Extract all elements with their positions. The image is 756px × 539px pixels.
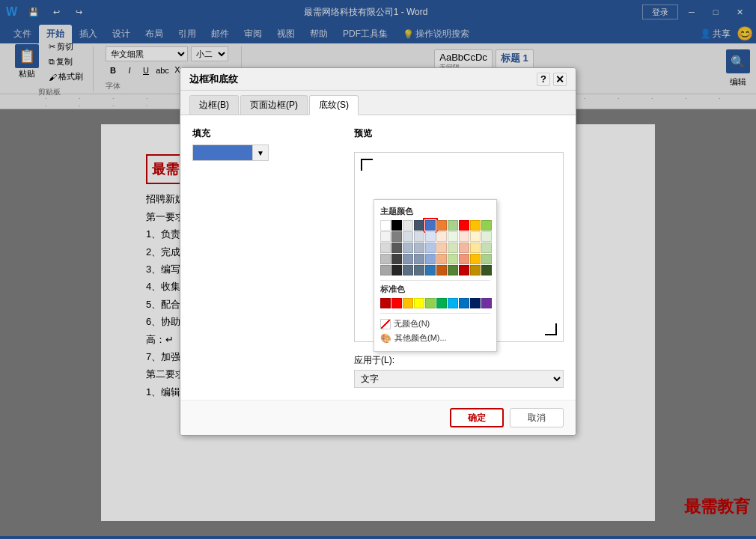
theme-colors-label: 主题颜色 [380, 206, 490, 217]
dialog-tab-page-border[interactable]: 页面边框(P) [240, 95, 308, 115]
fill-section: 填充 ▼ [192, 127, 342, 161]
theme-color-cell[interactable] [391, 265, 402, 275]
fill-color-button[interactable]: ▼ [192, 144, 342, 161]
dialog-title: 边框和底纹 [189, 73, 238, 86]
theme-color-cell[interactable] [459, 220, 469, 231]
dialog-tab-shading[interactable]: 底纹(S) [309, 95, 359, 115]
theme-color-cell[interactable] [436, 254, 447, 264]
fill-dropdown-arrow[interactable]: ▼ [252, 144, 269, 161]
theme-color-cell[interactable] [481, 254, 492, 264]
theme-color-cell[interactable] [470, 254, 481, 264]
color-picker-divider2 [380, 313, 490, 314]
theme-color-cell[interactable] [459, 254, 469, 264]
preview-label: 预览 [354, 127, 564, 140]
theme-color-cell[interactable] [436, 231, 447, 242]
theme-color-cell[interactable] [403, 243, 413, 253]
color-picker-popup: 主题颜色 标准色 无颜色(N) 🎨 其他颜色(M)... [374, 199, 497, 352]
dialog-body: 填充 ▼ 主题颜色 标准色 无颜色(N) [180, 115, 576, 400]
theme-color-cell[interactable] [459, 265, 469, 275]
standard-colors-label: 标准色 [380, 284, 490, 295]
dialog-close-button[interactable]: ✕ [553, 73, 567, 86]
standard-color-cell[interactable] [380, 298, 391, 308]
dialog-help-button[interactable]: ? [537, 73, 550, 86]
theme-color-cell[interactable] [414, 265, 424, 275]
standard-color-cell[interactable] [459, 298, 469, 308]
corner-br-mark [545, 323, 557, 335]
more-colors-option[interactable]: 🎨 其他颜色(M)... [380, 331, 490, 345]
standard-color-cell[interactable] [414, 298, 424, 308]
theme-color-cell[interactable] [448, 265, 458, 275]
standard-color-cell[interactable] [436, 298, 447, 308]
apply-to-select[interactable]: 文字 段落 [354, 370, 564, 388]
cancel-button[interactable]: 取消 [510, 408, 564, 427]
fill-color-swatch [192, 144, 252, 161]
confirm-button[interactable]: 确定 [450, 408, 504, 427]
theme-color-cell[interactable] [403, 254, 413, 264]
theme-color-cell[interactable] [403, 265, 413, 275]
standard-color-cell[interactable] [481, 298, 492, 308]
dialog-tabs: 边框(B) 页面边框(P) 底纹(S) [180, 91, 576, 115]
theme-color-cell[interactable] [391, 243, 402, 253]
theme-color-cell[interactable] [448, 254, 458, 264]
theme-color-cell[interactable] [470, 243, 481, 253]
theme-color-cell[interactable] [481, 243, 492, 253]
theme-color-cell[interactable] [470, 265, 481, 275]
theme-color-cell[interactable] [481, 265, 492, 275]
no-color-option[interactable]: 无颜色(N) [380, 317, 490, 331]
theme-color-cell[interactable] [403, 220, 413, 231]
theme-color-cell[interactable] [448, 243, 458, 253]
corner-tl-mark [361, 159, 373, 171]
theme-color-cell[interactable] [380, 265, 391, 275]
apply-to-label: 应用于(L): [354, 354, 564, 367]
standard-color-cell[interactable] [391, 298, 402, 308]
theme-color-cell[interactable] [414, 243, 424, 253]
theme-color-cell[interactable] [436, 220, 447, 231]
apply-to-section: 应用于(L): 文字 段落 [354, 354, 564, 388]
dialog-left-panel: 填充 ▼ 主题颜色 标准色 无颜色(N) [192, 127, 342, 388]
theme-color-cell[interactable] [448, 220, 458, 231]
theme-color-cell[interactable] [470, 220, 481, 231]
border-shading-dialog: 边框和底纹 ? ✕ 边框(B) 页面边框(P) 底纹(S) 填充 ▼ [180, 67, 576, 436]
theme-color-cell[interactable] [436, 265, 447, 275]
theme-color-grid [380, 220, 490, 275]
color-wheel-icon: 🎨 [380, 333, 391, 344]
theme-color-cell[interactable] [391, 220, 402, 231]
color-picker-divider [380, 280, 490, 281]
standard-color-cell[interactable] [403, 298, 413, 308]
theme-color-cell[interactable] [380, 243, 391, 253]
theme-color-cell[interactable] [403, 231, 413, 242]
standard-color-cell[interactable] [425, 298, 436, 308]
theme-color-cell[interactable] [391, 231, 402, 242]
standard-color-cell[interactable] [448, 298, 458, 308]
theme-color-cell[interactable] [481, 220, 492, 231]
theme-color-cell[interactable] [414, 220, 424, 231]
theme-color-cell[interactable] [425, 220, 436, 231]
theme-color-cell[interactable] [470, 231, 481, 242]
dialog-footer: 确定 取消 [180, 400, 576, 435]
theme-color-cell[interactable] [380, 231, 391, 242]
theme-color-cell[interactable] [436, 243, 447, 253]
theme-color-cell[interactable] [414, 254, 424, 264]
theme-color-cell[interactable] [425, 265, 436, 275]
standard-color-cell[interactable] [470, 298, 481, 308]
theme-color-cell[interactable] [414, 231, 424, 242]
theme-color-cell[interactable] [380, 254, 391, 264]
theme-color-cell[interactable] [425, 231, 436, 242]
theme-color-cell[interactable] [481, 231, 492, 242]
theme-color-cell[interactable] [425, 243, 436, 253]
theme-color-cell[interactable] [448, 231, 458, 242]
theme-color-cell[interactable] [459, 243, 469, 253]
theme-color-cell[interactable] [391, 254, 402, 264]
fill-label: 填充 [192, 127, 342, 140]
no-color-icon [380, 319, 391, 329]
theme-color-cell[interactable] [425, 254, 436, 264]
dialog-titlebar: 边框和底纹 ? ✕ [180, 68, 576, 91]
theme-color-cell[interactable] [459, 231, 469, 242]
standard-color-grid [380, 298, 490, 308]
dialog-tab-border[interactable]: 边框(B) [189, 95, 239, 115]
theme-color-cell[interactable] [380, 220, 391, 231]
dialog-overlay: 边框和底纹 ? ✕ 边框(B) 页面边框(P) 底纹(S) 填充 ▼ [0, 0, 756, 539]
